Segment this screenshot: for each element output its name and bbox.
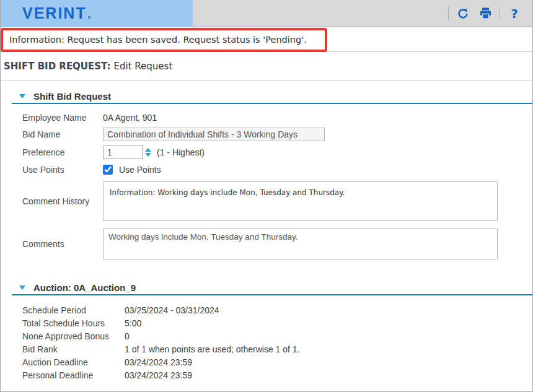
- page-title: SHIFT BID REQUEST: Edit Request: [1, 52, 532, 81]
- table-row: Total Schedule Hours 5:00: [22, 316, 532, 329]
- total-schedule-hours-value: 5:00: [125, 318, 141, 328]
- personal-deadline-value: 03/24/2024 23:59: [125, 370, 192, 380]
- use-points-checkbox-label: Use Points: [119, 165, 161, 175]
- bid-name-input[interactable]: [103, 128, 325, 141]
- auction-details: Schedule Period 03/25/2024 - 03/31/2024 …: [22, 303, 532, 381]
- verint-logo: VERINT: [1, 0, 193, 27]
- employee-name-label: Employee Name: [22, 113, 103, 123]
- personal-deadline-label: Personal Deadline: [22, 370, 125, 380]
- info-banner-text: Information: Request has been saved. Req…: [9, 35, 307, 45]
- use-points-checkbox[interactable]: [103, 165, 113, 175]
- page-title-value: Edit Request: [114, 61, 173, 72]
- auction-deadline-value: 03/24/2024 23:59: [125, 357, 192, 367]
- employee-name-row: Employee Name 0A Agent, 901: [22, 111, 532, 124]
- header-actions: ?: [448, 6, 532, 22]
- chevron-down-icon[interactable]: [19, 285, 25, 290]
- comment-history-textarea[interactable]: Information: Working days include Mon, T…: [103, 181, 498, 221]
- preference-input[interactable]: [103, 146, 143, 159]
- section-divider: [12, 103, 532, 104]
- preference-row: Preference (1 - Highest): [22, 146, 532, 159]
- verint-logo-text: VERINT: [22, 4, 87, 22]
- app-header: VERINT ?: [1, 0, 532, 27]
- comments-textarea[interactable]: Working days include Mon, Tuesday and Th…: [103, 229, 498, 259]
- section-header-shift-bid-request[interactable]: Shift Bid Request: [19, 89, 532, 103]
- comments-row: Comments Working days include Mon, Tuesd…: [22, 229, 532, 259]
- employee-name-value: 0A Agent, 901: [103, 113, 157, 123]
- use-points-row: Use Points Use Points: [22, 164, 532, 175]
- section-divider: [12, 294, 532, 295]
- chevron-down-icon[interactable]: [19, 94, 25, 98]
- section-title: Auction: 0A_Auction_9: [33, 282, 136, 293]
- table-row: Auction Deadline 03/24/2024 23:59: [22, 355, 532, 368]
- table-row: Personal Deadline 03/24/2024 23:59: [22, 368, 532, 381]
- comment-history-row: Comment History Information: Working day…: [22, 181, 532, 221]
- preference-hint: (1 - Highest): [157, 147, 205, 157]
- verint-logo-trademark-dot: [88, 16, 90, 19]
- bid-name-row: Bid Name: [22, 127, 532, 142]
- preference-label: Preference: [22, 147, 103, 157]
- bid-name-label: Bid Name: [22, 129, 103, 139]
- section-title: Shift Bid Request: [33, 91, 111, 102]
- comments-label: Comments: [22, 239, 103, 249]
- table-row: Schedule Period 03/25/2024 - 03/31/2024: [22, 303, 532, 316]
- use-points-label: Use Points: [22, 165, 103, 175]
- spinner-up-icon[interactable]: [145, 148, 151, 152]
- none-approved-bonus-value: 0: [125, 331, 130, 341]
- bid-rank-label: Bid Rank: [22, 344, 125, 354]
- section-header-auction[interactable]: Auction: 0A_Auction_9: [19, 281, 532, 294]
- schedule-period-value: 03/25/2024 - 03/31/2024: [125, 305, 219, 315]
- none-approved-bonus-label: None Approved Bonus: [22, 331, 125, 341]
- page-content: Shift Bid Request Employee Name 0A Agent…: [1, 81, 532, 381]
- print-icon-svg: [479, 7, 492, 20]
- header-separator: [500, 7, 500, 20]
- table-row: None Approved Bonus 0: [22, 329, 532, 342]
- print-icon[interactable]: [477, 6, 493, 22]
- comment-history-label: Comment History: [22, 196, 103, 206]
- schedule-period-label: Schedule Period: [22, 305, 125, 315]
- bid-rank-value: 1 of 1 when points are used; otherwise 1…: [125, 344, 300, 354]
- auction-deadline-label: Auction Deadline: [22, 357, 125, 367]
- total-schedule-hours-label: Total Schedule Hours: [22, 318, 125, 328]
- header-separator: [448, 7, 449, 20]
- info-banner: Information: Request has been saved. Req…: [1, 27, 532, 52]
- preference-stepper[interactable]: [145, 148, 151, 157]
- table-row: Bid Rank 1 of 1 when points are used; ot…: [22, 342, 532, 355]
- help-icon[interactable]: ?: [506, 6, 522, 22]
- shift-bid-request-page: VERINT ? Informa: [0, 0, 533, 392]
- spinner-down-icon[interactable]: [145, 153, 151, 157]
- refresh-icon-svg: [457, 7, 469, 20]
- page-title-label: SHIFT BID REQUEST:: [4, 61, 111, 72]
- refresh-icon[interactable]: [455, 6, 471, 22]
